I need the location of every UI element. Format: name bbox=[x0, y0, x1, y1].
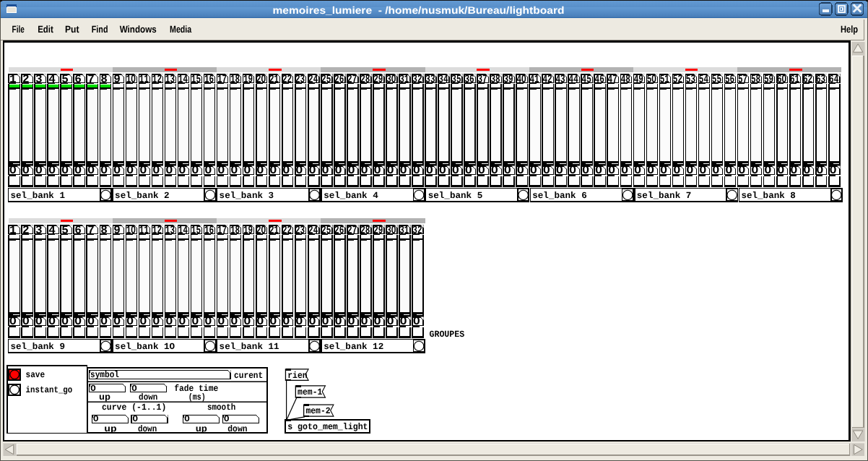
svg-text:sel_bank 11: sel_bank 11 bbox=[220, 342, 279, 352]
svg-text:rien: rien bbox=[287, 371, 307, 381]
svg-text:Put: Put bbox=[65, 24, 79, 35]
svg-text:sel_bank 4: sel_bank 4 bbox=[324, 191, 378, 201]
svg-text:File: File bbox=[12, 24, 25, 35]
svg-text:s goto_mem_light: s goto_mem_light bbox=[287, 422, 368, 432]
svg-text:mem-1: mem-1 bbox=[298, 387, 322, 397]
svg-text:Edit: Edit bbox=[38, 24, 53, 35]
svg-text:curve (-1..1): curve (-1..1) bbox=[102, 402, 166, 413]
svg-text:sel_bank 5: sel_bank 5 bbox=[428, 191, 483, 201]
svg-text:Media: Media bbox=[170, 24, 192, 35]
svg-text:Help: Help bbox=[841, 24, 858, 35]
svg-text:down: down bbox=[227, 424, 247, 434]
svg-text:GROUPES: GROUPES bbox=[430, 329, 465, 340]
svg-text:(ms): (ms) bbox=[188, 392, 206, 402]
svg-text:memoires_lumiere - /home/nusm: memoires_lumiere - /home/nusmuk/Bureau/l… bbox=[273, 4, 565, 16]
svg-text:symbol: symbol bbox=[90, 370, 119, 380]
svg-text:up: up bbox=[99, 392, 110, 402]
svg-text:sel_bank 2: sel_bank 2 bbox=[115, 191, 170, 201]
svg-text:O: O bbox=[93, 414, 98, 424]
svg-text:Windows: Windows bbox=[120, 24, 157, 35]
svg-text:O: O bbox=[132, 414, 137, 424]
svg-text:O: O bbox=[90, 384, 95, 394]
svg-text:O: O bbox=[131, 384, 136, 394]
svg-text:curent: curent bbox=[234, 371, 263, 381]
svg-text:sel_bank 8: sel_bank 8 bbox=[741, 191, 796, 201]
svg-text:smooth: smooth bbox=[207, 402, 235, 413]
svg-text:sel_bank 7: sel_bank 7 bbox=[637, 191, 692, 201]
svg-text:sel_bank 1O: sel_bank 1O bbox=[115, 342, 175, 352]
svg-text:up: up bbox=[196, 424, 207, 434]
svg-text:Find: Find bbox=[92, 24, 108, 35]
svg-text:mem-2: mem-2 bbox=[305, 406, 330, 416]
svg-text:sel_bank 6: sel_bank 6 bbox=[532, 191, 587, 201]
svg-text:O: O bbox=[184, 414, 189, 424]
svg-text:sel_bank 12: sel_bank 12 bbox=[324, 342, 383, 352]
svg-text:O: O bbox=[224, 414, 229, 424]
svg-text:sel_bank 1: sel_bank 1 bbox=[11, 191, 66, 201]
svg-text:sel_bank 3: sel_bank 3 bbox=[220, 191, 274, 201]
svg-text:sel_bank 9: sel_bank 9 bbox=[11, 342, 66, 352]
svg-text:down: down bbox=[139, 392, 157, 402]
svg-text:up: up bbox=[104, 424, 116, 434]
svg-text:save: save bbox=[26, 370, 45, 380]
svg-text:instant_go: instant_go bbox=[26, 385, 73, 395]
svg-text:down: down bbox=[138, 424, 157, 434]
